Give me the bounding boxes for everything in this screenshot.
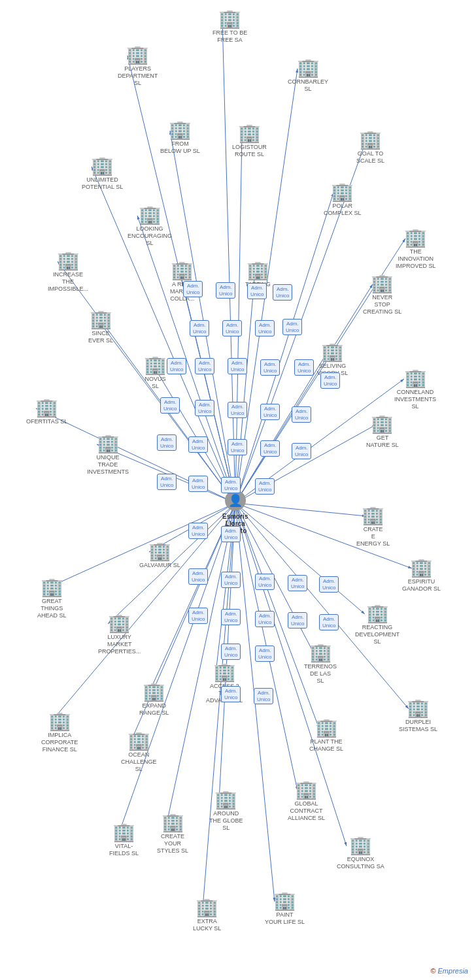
adm-badge[interactable]: Adm. Unico — [183, 281, 203, 297]
adm-badge[interactable]: Adm. Unico — [195, 358, 214, 374]
adm-badge[interactable]: Adm. Unico — [160, 397, 180, 414]
company-node[interactable]: 🏢CRATE E ENERGY SL — [356, 506, 390, 547]
adm-badge[interactable]: Adm. Unico — [157, 434, 177, 451]
building-icon: 🏢 — [297, 59, 320, 77]
company-node[interactable]: 🏢EQUINOX CONSULTING SA — [337, 836, 384, 870]
adm-badge[interactable]: Adm. Unico — [216, 282, 235, 299]
adm-badge[interactable]: Adm. Unico — [247, 283, 267, 299]
company-node[interactable]: 🏢REACTING DEVELOPMENT SL — [355, 604, 400, 645]
adm-badge[interactable]: Adm. Unico — [292, 443, 311, 459]
company-node[interactable]: 🏢PLAYERS DEPARTMENT SL — [118, 46, 158, 86]
company-node[interactable]: 🏢GOAL TO SCALE SL — [356, 131, 384, 165]
building-icon: 🏢 — [108, 614, 131, 632]
building-icon: 🏢 — [366, 604, 389, 623]
company-node[interactable]: 🏢TERRENOS DE LAS SL — [304, 644, 337, 684]
company-node[interactable]: 🏢CORNBARLEY SL — [288, 59, 328, 93]
adm-badge[interactable]: Adm. Unico — [320, 372, 340, 389]
company-node[interactable]: 🏢EXPAND RANGE SL — [139, 683, 169, 717]
adm-badge[interactable]: Adm. Unico — [221, 477, 241, 493]
adm-badge[interactable]: Adm. Unico — [228, 439, 247, 455]
company-node[interactable]: 🏢GLOBAL CONTRACT ALLIANCE SL — [288, 781, 325, 821]
adm-badge[interactable]: Adm. Unico — [319, 614, 339, 630]
company-node[interactable]: 🏢THE INNOVATION IMPROVED SL — [396, 229, 436, 269]
building-icon: 🏢 — [371, 274, 394, 293]
company-node[interactable]: 🏢FROM BELOW UP SL — [160, 121, 200, 155]
adm-badge[interactable]: Adm. Unico — [228, 402, 247, 418]
adm-badge[interactable]: Adm. Unico — [292, 406, 311, 423]
building-icon: 🏢 — [214, 791, 237, 809]
building-icon: 🏢 — [362, 506, 384, 525]
adm-badge[interactable]: Adm. Unico — [228, 358, 247, 374]
company-node[interactable]: 🏢LOGISTOUR ROUTE SL — [232, 124, 267, 158]
building-icon: 🏢 — [410, 559, 433, 577]
building-icon: 🏢 — [238, 124, 261, 142]
adm-badge[interactable]: Adm. Unico — [188, 608, 208, 624]
company-label: REACTING DEVELOPMENT SL — [355, 624, 400, 645]
company-node[interactable]: 🏢IMPLICA CORPORATE FINANCE SL — [41, 712, 78, 753]
adm-badge[interactable]: Adm. Unico — [167, 358, 186, 374]
company-node[interactable]: 🏢NOVUS SL — [144, 356, 167, 390]
adm-badge[interactable]: Adm. Unico — [157, 474, 177, 490]
adm-badge[interactable]: Adm. Unico — [195, 400, 214, 416]
company-node[interactable]: 🏢GET NATURE SL — [366, 415, 399, 449]
company-label: UNIQUE TRADE INVESTMENTS — [87, 454, 129, 475]
building-icon: 🏢 — [162, 813, 184, 832]
company-node[interactable]: 🏢UNLIMITED POTENTIAL SL — [82, 157, 123, 191]
company-node[interactable]: 🏢OFERTITAS SL — [26, 399, 67, 425]
company-node[interactable]: 🏢OCEAN CHALLENGE SL — [121, 732, 157, 772]
adm-badge[interactable]: Adm. Unico — [221, 686, 241, 702]
company-node[interactable]: 🏢SELIVING VISORY SL — [317, 343, 348, 377]
company-label: CORNBARLEY SL — [288, 78, 328, 93]
company-node[interactable]: 🏢UNIQUE TRADE INVESTMENTS — [87, 434, 129, 475]
adm-badge[interactable]: Adm. Unico — [319, 576, 339, 593]
company-label: INCREASE THE IMPOSSIBLE... — [48, 271, 88, 292]
adm-badge[interactable]: Adm. Unico — [188, 523, 208, 539]
adm-badge[interactable]: Adm. Unico — [255, 574, 275, 590]
company-label: GET NATURE SL — [366, 434, 399, 449]
company-node[interactable]: 🏢CONNELAND INVESTMENTS SL — [394, 369, 436, 410]
company-node[interactable]: 🏢NEVER STOP CREATING SL — [363, 274, 401, 315]
company-label: FROM BELOW UP SL — [160, 140, 200, 155]
adm-badge[interactable]: Adm. Unico — [222, 320, 242, 336]
adm-badge[interactable]: Adm. Unico — [282, 319, 302, 335]
adm-badge[interactable]: Adm. Unico — [188, 476, 208, 492]
adm-badge[interactable]: Adm. Unico — [255, 645, 275, 662]
adm-badge[interactable]: Adm. Unico — [254, 688, 273, 704]
company-node[interactable]: 🏢EXTRA LUCKY SL — [193, 898, 221, 932]
company-node[interactable]: 🏢AROUND THE GLOBE SL — [209, 791, 243, 831]
company-node[interactable]: 🏢PLANT THE CHANGE SL — [309, 719, 343, 753]
company-label: LOOKING ENCOURAGING SL — [128, 225, 172, 246]
adm-badge[interactable]: Adm. Unico — [260, 359, 280, 376]
company-node[interactable]: 🏢PAINT YOUR LIFE SL — [265, 892, 305, 926]
company-node[interactable]: 🏢FREE TO BE FREE SA — [212, 10, 247, 44]
adm-badge[interactable]: Adm. Unico — [221, 644, 241, 660]
adm-badge[interactable]: Adm. Unico — [221, 609, 241, 625]
adm-badge[interactable]: Adm. Unico — [288, 612, 307, 629]
company-node[interactable]: 🏢GREAT THINGS AHEAD SL — [37, 578, 67, 619]
company-node[interactable]: 🏢LUXURY MARKET PROPERTIES... — [98, 614, 141, 655]
adm-badge[interactable]: Adm. Unico — [255, 611, 275, 627]
company-node[interactable]: 🏢CREATE YOUR STYLES SL — [157, 813, 188, 854]
adm-badge[interactable]: Adm. Unico — [260, 404, 280, 420]
adm-badge[interactable]: Adm. Unico — [288, 575, 307, 591]
adm-badge[interactable]: Adm. Unico — [190, 320, 209, 336]
adm-badge[interactable]: Adm. Unico — [255, 478, 275, 495]
company-node[interactable]: 🏢VITAL- FIELDS SL — [109, 823, 139, 857]
adm-badge[interactable]: Adm. Unico — [255, 320, 275, 336]
adm-badge[interactable]: Adm. Unico — [273, 284, 292, 301]
company-node[interactable]: 🏢DURPLEI SISTEMAS SL — [399, 699, 437, 733]
company-label: IMPLICA CORPORATE FINANCE SL — [41, 732, 78, 753]
adm-badge[interactable]: Adm. Unico — [260, 440, 280, 457]
company-node[interactable]: 🏢ESPIRITU GANADOR SL — [402, 559, 441, 593]
company-node[interactable]: 🏢SINCE EVER SL — [88, 310, 113, 344]
building-icon: 🏢 — [213, 663, 236, 681]
adm-badge[interactable]: Adm. Unico — [188, 436, 208, 453]
adm-badge[interactable]: Adm. Unico — [221, 526, 241, 542]
company-node[interactable]: 🏢GALVAMUR SL — [139, 542, 180, 569]
adm-badge[interactable]: Adm. Unico — [221, 572, 241, 588]
company-node[interactable]: 🏢LOOKING ENCOURAGING SL — [128, 206, 172, 246]
company-node[interactable]: 🏢POLAR COMPLEX SL — [324, 183, 362, 217]
adm-badge[interactable]: Adm. Unico — [188, 568, 208, 585]
adm-badge[interactable]: Adm. Unico — [294, 359, 314, 376]
company-node[interactable]: 🏢INCREASE THE IMPOSSIBLE... — [48, 252, 88, 292]
